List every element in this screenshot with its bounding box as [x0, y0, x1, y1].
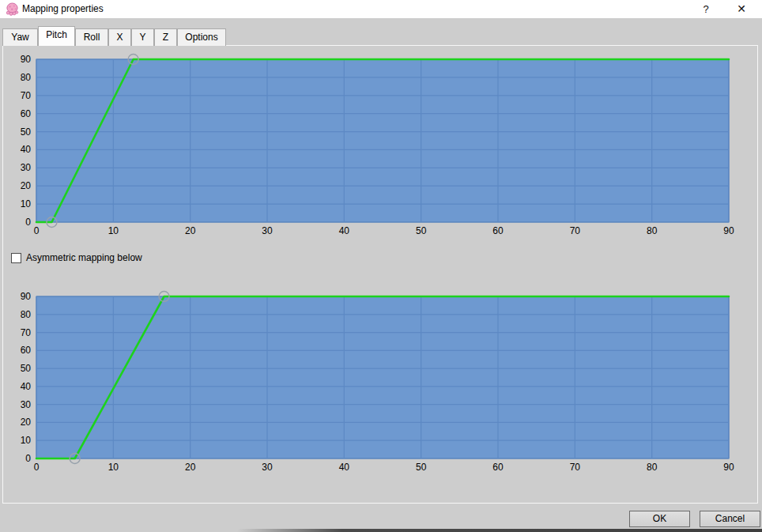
tab-x[interactable]: X — [108, 28, 131, 46]
y-tick-label: 30 — [21, 399, 32, 410]
y-tick-label: 40 — [21, 381, 32, 392]
y-tick-label: 50 — [21, 363, 32, 374]
opentrack-octopus-icon — [6, 2, 19, 16]
plot-area[interactable] — [36, 296, 729, 458]
y-tick-label: 30 — [21, 162, 32, 173]
y-tick-label: 70 — [21, 90, 32, 101]
y-tick-label: 80 — [21, 72, 32, 83]
tab-z[interactable]: Z — [154, 28, 177, 46]
asymmetric-mapping-checkbox[interactable] — [11, 253, 21, 263]
x-tick-label: 0 — [34, 462, 40, 473]
x-tick-label: 10 — [108, 225, 119, 236]
mapping-properties-dialog: Mapping properties ? ✕ Yaw Pitch Roll X … — [0, 0, 762, 532]
window-bottom-edge-shadow — [237, 529, 762, 532]
x-tick-label: 40 — [339, 225, 350, 236]
mapping-curve-upper[interactable]: 01020304050607080900102030405060708090 — [0, 47, 762, 237]
x-tick-label: 10 — [108, 462, 119, 473]
close-icon[interactable]: ✕ — [728, 0, 755, 18]
x-tick-label: 90 — [723, 462, 734, 473]
y-tick-label: 10 — [21, 198, 32, 209]
y-tick-label: 50 — [21, 126, 32, 138]
y-tick-label: 20 — [21, 180, 32, 191]
help-button[interactable]: ? — [692, 0, 719, 18]
plot-area[interactable] — [36, 59, 729, 222]
x-tick-label: 40 — [339, 462, 350, 473]
y-tick-label: 80 — [21, 309, 32, 320]
asymmetric-mapping-checkbox-row[interactable]: Asymmetric mapping below — [11, 252, 142, 264]
y-tick-label: 0 — [25, 453, 31, 464]
x-tick-label: 60 — [492, 462, 504, 473]
y-tick-label: 60 — [21, 108, 32, 119]
x-tick-label: 90 — [723, 225, 734, 236]
tab-y[interactable]: Y — [131, 28, 154, 46]
y-tick-label: 90 — [21, 291, 32, 302]
x-tick-label: 20 — [185, 225, 196, 236]
asymmetric-mapping-label: Asymmetric mapping below — [26, 252, 142, 264]
x-tick-label: 80 — [647, 225, 658, 236]
x-tick-label: 50 — [416, 225, 427, 236]
x-tick-label: 70 — [570, 462, 581, 473]
x-tick-label: 70 — [570, 225, 581, 236]
x-tick-label: 30 — [262, 462, 273, 473]
x-tick-label: 0 — [34, 225, 40, 236]
y-tick-label: 10 — [21, 435, 32, 446]
tab-pitch[interactable]: Pitch — [38, 26, 75, 46]
y-tick-label: 0 — [25, 217, 31, 228]
x-tick-label: 30 — [262, 225, 273, 236]
x-tick-label: 20 — [185, 462, 196, 473]
ok-button[interactable]: OK — [629, 511, 690, 527]
cancel-button[interactable]: Cancel — [700, 511, 760, 527]
y-tick-label: 70 — [21, 327, 32, 338]
window-title: Mapping properties — [22, 0, 104, 18]
y-tick-label: 20 — [21, 417, 32, 428]
x-tick-label: 80 — [647, 462, 658, 473]
tab-options[interactable]: Options — [177, 28, 226, 46]
mapping-curve-lower[interactable]: 01020304050607080900102030405060708090 — [0, 285, 762, 474]
y-tick-label: 60 — [21, 345, 32, 356]
tab-yaw[interactable]: Yaw — [2, 28, 38, 46]
y-tick-label: 90 — [21, 54, 32, 65]
x-tick-label: 50 — [416, 462, 427, 473]
y-tick-label: 40 — [21, 144, 32, 155]
tab-roll[interactable]: Roll — [75, 28, 108, 46]
x-tick-label: 60 — [492, 225, 504, 236]
title-bar[interactable]: Mapping properties ? ✕ — [0, 0, 762, 18]
